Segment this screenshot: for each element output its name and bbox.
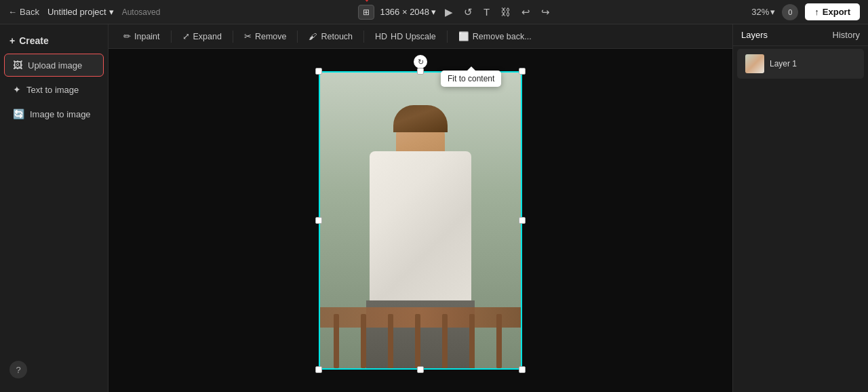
- retouch-button[interactable]: 🖌 Retouch: [302, 29, 359, 44]
- resize-handle-bottom-right[interactable]: [519, 366, 526, 373]
- resize-handle-top-left[interactable]: [315, 68, 322, 75]
- dimension-chevron-icon: ▾: [431, 7, 436, 17]
- layer-thumbnail: [745, 54, 764, 73]
- zoom-control[interactable]: 32% ▾: [751, 7, 775, 17]
- toolbar-divider-2: [233, 31, 233, 43]
- sidebar-item-label: Text to image: [26, 85, 79, 95]
- redo-icon: ↪: [541, 6, 550, 18]
- sidebar-item-label: Image to image: [30, 109, 91, 119]
- image-to-image-icon: 🔄: [13, 109, 24, 119]
- panel-header: Layers History: [733, 24, 868, 46]
- inpaint-icon: ✏: [123, 31, 131, 41]
- retouch-icon: 🖌: [309, 32, 317, 41]
- layers-tab[interactable]: Layers: [741, 30, 768, 40]
- resize-handle-top-right[interactable]: [519, 68, 526, 75]
- export-icon: ↑: [814, 7, 819, 17]
- user-avatar[interactable]: 0: [782, 4, 798, 20]
- remove-background-button[interactable]: ⬜ Remove back...: [452, 28, 538, 44]
- hd-icon: HD: [375, 32, 387, 41]
- sidebar-item-upload-image[interactable]: 🖼 Upload image: [4, 54, 104, 77]
- railing: [320, 307, 521, 328]
- remove-bg-icon: ⬜: [458, 31, 469, 41]
- sidebar-item-text-to-image[interactable]: ✦ Text to image: [4, 78, 104, 101]
- person-hair: [393, 105, 448, 132]
- top-bar-center: ↓ ⊞ 1366 × 2048 ▾ ▶ ↺ T ⛓ ↩ ↪: [358, 4, 553, 20]
- help-icon: ?: [16, 365, 20, 375]
- expand-button[interactable]: ⤢ Expand: [176, 28, 229, 44]
- rail-post: [334, 314, 339, 368]
- back-button[interactable]: ← Back: [8, 7, 39, 17]
- layer-name: Layer 1: [770, 59, 797, 68]
- red-arrow-annotation: ↓: [363, 0, 370, 5]
- resize-handle-middle-left[interactable]: [315, 217, 322, 224]
- autosaved-label: Autosaved: [122, 7, 161, 17]
- sidebar-item-label: Upload image: [28, 60, 82, 71]
- project-title: Untitled project: [47, 7, 106, 17]
- rotate-symbol: ↻: [418, 58, 424, 66]
- image-container[interactable]: ↻: [319, 71, 522, 370]
- remove-label: Remove: [255, 32, 287, 41]
- rail-post: [469, 314, 475, 368]
- redo-button[interactable]: ↪: [538, 4, 553, 20]
- hd-label: HD Upscale: [391, 32, 436, 41]
- resize-handle-top-middle[interactable]: [417, 68, 424, 75]
- text-icon: T: [484, 6, 490, 18]
- expand-label: Expand: [193, 32, 222, 41]
- create-icon: +: [9, 35, 15, 46]
- left-sidebar: + Create 🖼 Upload image ✦ Text to image …: [0, 24, 108, 392]
- rail-post: [496, 314, 502, 368]
- project-chevron-icon: ▾: [109, 7, 114, 17]
- fit-content-button[interactable]: ⊞: [358, 5, 374, 20]
- export-button[interactable]: ↑ Export: [805, 3, 860, 20]
- hd-upscale-button[interactable]: HD HD Upscale: [368, 29, 443, 44]
- help-button[interactable]: ?: [9, 361, 27, 378]
- top-bar: ← Back Untitled project ▾ Autosaved ↓ ⊞ …: [0, 0, 868, 24]
- remove-button[interactable]: ✂ Remove: [237, 28, 294, 44]
- inpaint-label: Inpaint: [134, 32, 160, 41]
- resize-handle-bottom-left[interactable]: [315, 366, 322, 373]
- rotate-icon: ↺: [464, 6, 473, 18]
- toolbar-divider-3: [297, 31, 298, 43]
- history-tab[interactable]: History: [833, 30, 860, 40]
- top-bar-left: ← Back Untitled project ▾ Autosaved: [8, 7, 160, 17]
- rotate-handle[interactable]: ↻: [414, 55, 427, 68]
- top-bar-right: 32% ▾ 0 ↑ Export: [751, 3, 860, 20]
- undo-icon: ↩: [521, 6, 530, 18]
- main-layout: + Create 🖼 Upload image ✦ Text to image …: [0, 24, 868, 392]
- link-button[interactable]: ⛓: [497, 4, 514, 20]
- text-tool-button[interactable]: T: [480, 4, 493, 20]
- create-header: + Create: [0, 31, 108, 53]
- resize-handle-bottom-middle[interactable]: [417, 366, 424, 373]
- canvas-viewport[interactable]: Fit to content ↻: [108, 49, 732, 392]
- expand-icon: ⤢: [182, 31, 190, 41]
- image-frame: [319, 71, 522, 370]
- link-icon: ⛓: [500, 6, 511, 18]
- rail-post: [442, 314, 448, 368]
- top-bar-tools: ▶ ↺ T ⛓ ↩ ↪: [441, 4, 553, 20]
- rotate-button[interactable]: ↺: [460, 4, 476, 20]
- layer-item[interactable]: Layer 1: [737, 49, 864, 79]
- remove-icon: ✂: [244, 31, 252, 41]
- person-figure: [359, 111, 481, 368]
- dimension-control[interactable]: 1366 × 2048 ▾: [380, 7, 436, 17]
- dimension-value: 1366 × 2048: [380, 7, 429, 17]
- retouch-label: Retouch: [321, 32, 353, 41]
- zoom-chevron-icon: ▾: [770, 7, 775, 17]
- undo-button[interactable]: ↩: [518, 4, 534, 20]
- toolbar-divider: [171, 31, 172, 43]
- create-label: Create: [19, 35, 49, 46]
- project-name[interactable]: Untitled project ▾: [47, 7, 114, 17]
- rail-post: [361, 314, 366, 368]
- rail-post: [388, 314, 393, 368]
- toolbar-strip: ✏ Inpaint ⤢ Expand ✂ Remove 🖌 Retouch HD…: [108, 24, 732, 49]
- play-button[interactable]: ▶: [441, 4, 456, 20]
- toolbar-divider-5: [447, 31, 448, 43]
- right-sidebar: Layers History Layer 1: [732, 24, 868, 392]
- resize-handle-middle-right[interactable]: [519, 217, 526, 224]
- upload-icon: 🖼: [13, 60, 22, 71]
- sidebar-item-image-to-image[interactable]: 🔄 Image to image: [4, 102, 104, 125]
- inpaint-button[interactable]: ✏ Inpaint: [117, 28, 167, 44]
- photo-scene: [320, 73, 521, 368]
- back-arrow-icon: ←: [8, 7, 17, 17]
- canvas-area: ✏ Inpaint ⤢ Expand ✂ Remove 🖌 Retouch HD…: [108, 24, 732, 392]
